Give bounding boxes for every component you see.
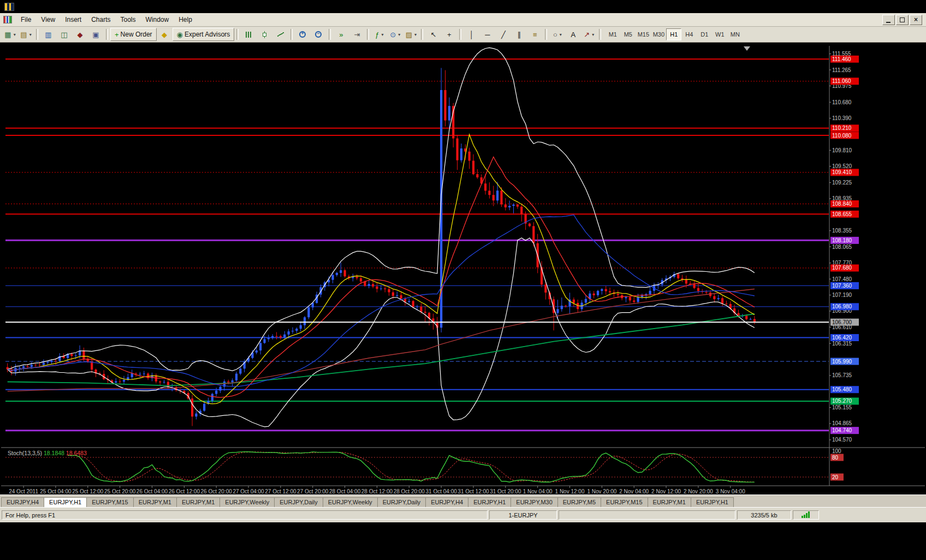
svg-text:25 Oct 04:00: 25 Oct 04:00 [40,488,72,495]
zoom-in-button[interactable] [295,28,311,41]
chart-tab-7-eurjpy-weekly[interactable]: EURJPY,Weekly [323,497,378,507]
auto-scroll-button[interactable]: » [333,28,349,41]
close-button[interactable]: × [910,15,922,25]
minimize-button[interactable] [882,15,895,25]
arrow-tools-button[interactable]: ↗▾ [581,28,597,41]
price-axis[interactable]: 111.555111.265110.975110.680110.390109.8… [829,46,859,486]
svg-text:109.520: 109.520 [832,163,852,169]
timeframe-mn[interactable]: MN [727,28,743,40]
timeframe-m30[interactable]: M30 [651,28,666,40]
svg-text:28 Oct 20:00: 28 Oct 20:00 [394,488,425,495]
templates-dropdown-arrow[interactable]: ▾ [414,32,417,37]
connection-status-icon [793,510,819,520]
horizontal-lines[interactable] [5,59,829,430]
chart-tab-1-eurjpy-h1[interactable]: EURJPY,H1 [44,497,87,507]
data-window-button[interactable]: ◫ [56,28,72,41]
text-label-button[interactable]: A [565,28,581,41]
svg-text:107.480: 107.480 [832,276,852,282]
chart-system-menu-icon[interactable] [3,16,12,23]
indicators-button[interactable]: ƒ▾ [371,28,387,41]
bar-chart-mode-icon [246,32,252,38]
menu-item-insert[interactable]: Insert [60,14,86,25]
market-watch-button[interactable]: ▥ [40,28,56,41]
chart-tab-9-eurjpy-h4[interactable]: EURJPY,H4 [425,497,468,507]
chart-tab-13-eurjpy-m15[interactable]: EURJPY,M15 [601,497,648,507]
menu-item-charts[interactable]: Charts [86,14,115,25]
cursor-button[interactable]: ↖ [425,28,441,41]
templates-button[interactable]: ▨▾ [403,28,419,41]
equidistant-channel-button[interactable]: ∥ [511,28,527,41]
fibonacci-retracement-button[interactable]: ≡ [527,28,543,41]
chart-tab-5-eurjpy-weekly[interactable]: EURJPY,Weekly [219,497,275,507]
chart-tab-10-eurjpy-h1[interactable]: EURJPY,H1 [468,497,511,507]
chart-tab-8-eurjpy-daily[interactable]: EURJPY,Daily [377,497,426,507]
periods-dropdown-arrow[interactable]: ▾ [398,32,400,37]
timeframe-m1[interactable]: M1 [605,28,620,40]
terminal-button[interactable]: ▣ [88,28,104,41]
svg-text:1 Nov 12:00: 1 Nov 12:00 [555,488,585,495]
menu-item-view[interactable]: View [36,14,60,25]
menu-item-help[interactable]: Help [174,14,197,25]
metaeditor-button[interactable]: ◆ [157,28,173,41]
chart-tab-4-eurjpy-m1[interactable]: EURJPY,M1 [176,497,220,507]
line-chart-mode-button[interactable] [272,28,288,41]
toolbar-separator [421,29,423,40]
candles[interactable] [7,68,756,426]
expert-advisors-button[interactable]: ◉Expert Advisors [173,28,235,41]
menu-item-file[interactable]: File [16,14,36,25]
trendline-button[interactable]: ╱ [495,28,511,41]
profiles-button[interactable]: ▤▾ [18,28,34,41]
equidistant-channel-icon: ∥ [518,31,521,38]
svg-text:104.865: 104.865 [832,420,852,426]
price-chart[interactable]: 111.555111.265110.975110.680110.390109.8… [1,43,925,495]
timeframe-m5[interactable]: M5 [620,28,636,40]
new-chart-dropdown-arrow[interactable]: ▾ [14,32,16,37]
new-order-button[interactable]: +New Order [110,28,157,41]
timeframe-m15[interactable]: M15 [636,28,651,40]
toolbar-separator [290,29,293,40]
timeframe-h4[interactable]: H4 [681,28,697,40]
navigator-button[interactable]: ◆ [72,28,88,41]
chart-tab-12-eurjpy-m5[interactable]: EURJPY,M5 [557,497,601,507]
shapes-dropdown-arrow[interactable]: ▾ [560,32,562,37]
arrow-tools-dropdown-arrow[interactable]: ▾ [592,32,594,37]
restore-button[interactable] [896,15,909,25]
profiles-dropdown-arrow[interactable]: ▾ [29,32,32,37]
menu-item-window[interactable]: Window [141,14,174,25]
time-axis[interactable]: 24 Oct 201125 Oct 04:0025 Oct 12:0025 Oc… [9,486,745,495]
chart-tab-2-eurjpy-m15[interactable]: EURJPY,M15 [86,497,133,507]
vertical-line-button[interactable]: │ [464,28,479,41]
bar-chart-mode-button[interactable] [241,28,257,41]
chart-shift-button[interactable]: ⇥ [349,28,365,41]
timeframe-w1[interactable]: W1 [712,28,727,40]
candlestick-mode-button[interactable] [257,28,272,41]
svg-text:107.360: 107.360 [832,283,852,289]
timeframe-d1[interactable]: D1 [697,28,712,40]
chart-tab-0-eurjpy-h4[interactable]: EURJPY,H4 [1,497,44,507]
periods-button[interactable]: ⊙▾ [387,28,403,41]
shapes-button[interactable]: ○▾ [549,28,565,41]
chart-shift-marker[interactable] [744,46,750,51]
chart-tab-15-eurjpy-h1[interactable]: EURJPY,H1 [691,497,734,507]
timeframe-h1[interactable]: H1 [666,28,681,40]
svg-text:109.810: 109.810 [832,147,852,153]
zoom-out-button[interactable] [311,28,327,41]
svg-text:105.155: 105.155 [832,404,852,410]
svg-text:105.270: 105.270 [832,398,852,404]
svg-text:31 Oct 04:00: 31 Oct 04:00 [426,488,458,495]
svg-text:108.655: 108.655 [832,211,852,217]
crosshair-button[interactable]: + [441,28,457,41]
chart-shift-icon: ⇥ [354,31,360,38]
chart-tab-11-eurjpy-m30[interactable]: EURJPY,M30 [511,497,557,507]
price-tag: 106.700 [830,319,859,326]
arrow-tools-icon: ↗ [584,31,590,38]
price-tag: 80 [830,454,844,461]
chart-area[interactable]: 111.555111.265110.975110.680110.390109.8… [1,43,925,495]
menu-item-tools[interactable]: Tools [116,14,141,25]
indicators-dropdown-arrow[interactable]: ▾ [381,32,383,37]
new-chart-button[interactable]: ▦▾ [2,28,18,41]
horizontal-line-button[interactable]: ─ [479,28,495,41]
chart-tab-3-eurjpy-m1[interactable]: EURJPY,M1 [133,497,177,507]
chart-tab-14-eurjpy-m1[interactable]: EURJPY,M1 [648,497,691,507]
chart-tab-6-eurjpy-daily[interactable]: EURJPY,Daily [274,497,323,507]
